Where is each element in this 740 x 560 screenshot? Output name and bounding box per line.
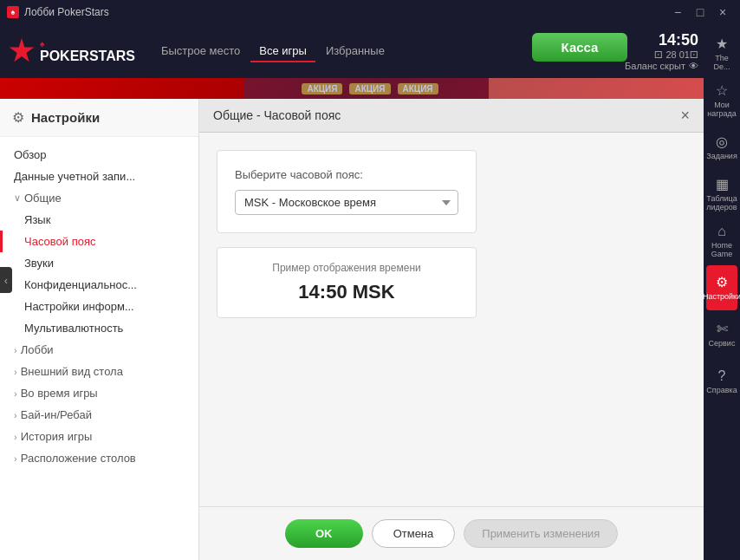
tree-item-language[interactable]: Язык xyxy=(0,209,198,231)
settings-header: ⚙ Настройки xyxy=(0,99,198,137)
tree-item-general[interactable]: ∨ Общие xyxy=(0,187,198,209)
leaderboard-icon: ▦ xyxy=(716,176,729,192)
timezone-select-label: Выберите часовой пояс: xyxy=(235,168,458,181)
home-game-icon: ⌂ xyxy=(717,224,726,239)
tree-item-buyin[interactable]: › Бай-ин/Ребай xyxy=(0,404,198,426)
missions-icon: ◎ xyxy=(716,133,728,150)
settings-tree: Обзор Данные учетной запи... ∨ Общие Язы… xyxy=(0,137,198,560)
settings-panel: ⚙ Настройки Обзор Данные учетной запи...… xyxy=(0,99,199,560)
close-button[interactable]: × xyxy=(712,4,733,20)
expand-arrow-history: › xyxy=(14,432,17,442)
expand-arrow-lobby: › xyxy=(14,345,17,355)
content-area: Общие - Часовой пояс × Выберите часовой … xyxy=(199,99,704,560)
logo-text: POKERSTARS xyxy=(40,49,135,64)
left-collapse-arrow[interactable]: ‹ xyxy=(0,267,12,293)
content-footer: OK Отмена Применить изменения xyxy=(199,506,704,560)
banner-background xyxy=(0,78,740,99)
expand-arrow-general: ∨ xyxy=(14,192,21,204)
rewards-icon: ☆ xyxy=(716,82,728,99)
missions-label: Задания xyxy=(706,153,737,161)
content-section-title: Общие - Часовой пояс xyxy=(213,108,341,122)
help-label: Справка xyxy=(706,387,737,395)
title-bar: ♠ Лобби PokerStars − □ × xyxy=(0,0,740,24)
tree-item-gameplay[interactable]: › Во время игры xyxy=(0,382,198,404)
tab-quick-place[interactable]: Быстрое место xyxy=(153,41,249,62)
settings-sidebar-label: Настройки xyxy=(703,293,740,302)
tree-item-lobby[interactable]: › Лобби xyxy=(0,339,198,361)
the-deal-icon: ★ xyxy=(716,36,728,52)
sidebar-item-services[interactable]: ✄ Сервис xyxy=(706,312,737,357)
ok-button[interactable]: OK xyxy=(285,519,363,548)
timezone-dropdown[interactable]: MSK - Московское время UTC - Coordinated… xyxy=(235,190,458,215)
expand-arrow-table: › xyxy=(14,367,17,377)
the-deal-label: The De... xyxy=(706,55,737,72)
eye-icon: 👁 xyxy=(689,61,698,71)
tab-all-games[interactable]: Все игры xyxy=(250,41,315,62)
logo-sub: ♠ xyxy=(40,39,135,49)
balance-info: ⚀ 28 01⚀ xyxy=(625,49,698,61)
balance-hidden: Баланс скрыт 👁 xyxy=(625,61,698,71)
cancel-button[interactable]: Отмена xyxy=(372,519,456,548)
settings-icon: ⚙ xyxy=(716,274,728,290)
logo-star-icon xyxy=(9,38,35,64)
sidebar-item-home-game[interactable]: ⌂ Home Game xyxy=(706,218,737,264)
rewards-label: Мои награда xyxy=(706,101,737,119)
sidebar-item-missions[interactable]: ◎ Задания xyxy=(706,125,737,170)
banner: АКЦИЯ АКЦИЯ АКЦИЯ xyxy=(0,78,740,99)
expand-arrow-layout: › xyxy=(14,453,17,464)
tree-item-multi[interactable]: Мультивалютность xyxy=(0,317,198,339)
sidebar-item-help[interactable]: ? Справка xyxy=(706,359,737,404)
balance-hidden-label: Баланс скрыт xyxy=(625,61,685,71)
logo: ♠ POKERSTARS xyxy=(9,38,135,64)
window-title: Лобби PokerStars xyxy=(24,6,109,18)
header: ♠ POKERSTARS Быстрое место Все игры Избр… xyxy=(0,24,740,78)
maximize-button[interactable]: □ xyxy=(690,4,711,20)
home-game-label: Home Game xyxy=(706,242,737,259)
settings-panel-title: Настройки xyxy=(31,110,100,125)
content-header: Общие - Часовой пояс × xyxy=(199,99,704,133)
tree-item-history[interactable]: › История игры xyxy=(0,426,198,447)
right-sidebar: ★ The De... ☆ Мои награда ◎ Задания ▦ Та… xyxy=(704,24,740,560)
tree-item-info-settings[interactable]: Настройки информ... xyxy=(0,296,198,317)
tab-favorites[interactable]: Избранные xyxy=(317,41,393,62)
help-icon: ? xyxy=(718,368,726,384)
tree-item-timezone[interactable]: Часовой пояс xyxy=(0,231,198,252)
timezone-section: Выберите часовой пояс: MSK - Московское … xyxy=(217,150,477,233)
tree-item-account[interactable]: Данные учетной запи... xyxy=(0,166,198,187)
settings-gear-icon: ⚙ xyxy=(12,109,24,126)
time-preview-label: Пример отображения времени xyxy=(235,262,458,274)
current-time: 14:50 xyxy=(625,31,698,49)
sidebar-item-settings[interactable]: ⚙ Настройки xyxy=(706,265,737,310)
content-body: Выберите часовой пояс: MSK - Московское … xyxy=(199,133,704,335)
app-icon: ♠ xyxy=(7,6,19,18)
leaderboard-label: Таблица лидеров xyxy=(706,195,737,212)
services-icon: ✄ xyxy=(717,321,728,337)
kassa-button[interactable]: Касса xyxy=(532,33,627,62)
apply-button[interactable]: Применить изменения xyxy=(464,519,618,548)
balance-area: 14:50 ⚀ 28 01⚀ Баланс скрыт 👁 xyxy=(625,31,698,71)
sidebar-item-leaderboard[interactable]: ▦ Таблица лидеров xyxy=(706,172,737,217)
expand-arrow-gameplay: › xyxy=(14,388,17,399)
minimize-button[interactable]: − xyxy=(667,4,688,20)
time-preview-value: 14:50 MSK xyxy=(235,281,458,303)
tree-item-sounds[interactable]: Звуки xyxy=(0,252,198,274)
tree-item-overview[interactable]: Обзор xyxy=(0,144,198,166)
sidebar-item-the-deal[interactable]: ★ The De... xyxy=(706,31,737,76)
tree-item-privacy[interactable]: Конфиденциальнос... xyxy=(0,274,198,296)
time-preview-box: Пример отображения времени 14:50 MSK xyxy=(217,247,477,318)
services-label: Сервис xyxy=(709,340,736,348)
expand-arrow-buyin: › xyxy=(14,410,17,420)
tree-item-table[interactable]: › Внешний вид стола xyxy=(0,361,198,382)
content-close-button[interactable]: × xyxy=(680,107,690,123)
sidebar-item-rewards[interactable]: ☆ Мои награда xyxy=(706,78,737,123)
nav-tabs: Быстрое место Все игры Избранные xyxy=(153,24,393,78)
main-content: ⚙ Настройки Обзор Данные учетной запи...… xyxy=(0,99,704,560)
tree-item-layout[interactable]: › Расположение столов xyxy=(0,447,198,469)
window-controls: − □ × xyxy=(667,4,733,20)
